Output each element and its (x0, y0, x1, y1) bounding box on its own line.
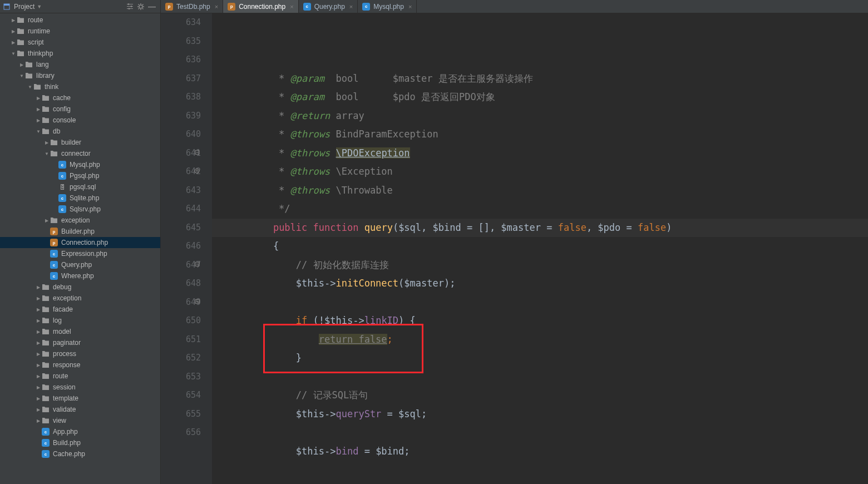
editor-tab-testdb-php[interactable]: TestDb.php× (161, 0, 223, 13)
tree-arrow-icon[interactable]: ▼ (19, 73, 24, 78)
tree-item-connector[interactable]: ▼connector (0, 148, 160, 159)
tree-arrow-icon[interactable]: ▶ (36, 307, 41, 312)
tree-arrow-icon[interactable]: ▶ (44, 218, 50, 223)
code-line[interactable]: * @throws \PDOException (212, 144, 868, 163)
fold-icon[interactable] (195, 256, 200, 275)
tree-item-validate[interactable]: ▶validate (0, 404, 160, 415)
fold-icon[interactable] (195, 144, 200, 163)
tree-arrow-icon[interactable]: ▶ (36, 374, 41, 379)
tree-item-app-php[interactable]: App.php (0, 426, 160, 437)
tree-item-pgsql-php[interactable]: Pgsql.php (0, 170, 160, 181)
tab-close-icon[interactable]: × (215, 3, 218, 10)
tree-arrow-icon[interactable]: ▶ (36, 96, 41, 101)
tree-item-pgsql-sql[interactable]: 🗄pgsql.sql (0, 181, 160, 192)
collapse-icon[interactable]: — (146, 1, 157, 12)
tree-item-build-php[interactable]: Build.php (0, 437, 160, 448)
code-line[interactable]: $this->initConnect($master); (212, 274, 868, 293)
tree-item-runtime[interactable]: ▶runtime (0, 26, 160, 37)
project-tree[interactable]: ▶route▶runtime▶script▼thinkphp▶lang▼libr… (0, 13, 160, 484)
tree-arrow-icon[interactable]: ▶ (36, 363, 41, 368)
tree-arrow-icon[interactable]: ▶ (36, 418, 41, 423)
code-line[interactable] (212, 293, 868, 312)
code-content[interactable]: * @param bool $master 是否在主服务器读操作 * @para… (212, 13, 868, 484)
tree-item-debug[interactable]: ▶debug (0, 281, 160, 293)
code-line[interactable]: Db::$queryTimes++; (212, 480, 868, 485)
tree-item-route[interactable]: ▶route (0, 371, 160, 382)
tree-item-session[interactable]: ▶session (0, 382, 160, 393)
tree-item-exception[interactable]: ▶exception (0, 215, 160, 226)
tree-item-paginator[interactable]: ▶paginator (0, 337, 160, 348)
tree-item-think[interactable]: ▼think (0, 81, 160, 92)
tree-item-library[interactable]: ▼library (0, 70, 160, 81)
tree-arrow-icon[interactable]: ▶ (19, 62, 24, 67)
tree-item-mysql-php[interactable]: Mysql.php (0, 159, 160, 170)
tree-arrow-icon[interactable]: ▶ (36, 385, 41, 390)
tree-arrow-icon[interactable]: ▶ (36, 318, 41, 323)
tree-arrow-icon[interactable]: ▶ (36, 329, 41, 334)
code-line[interactable]: // 记录SQL语句 (212, 386, 868, 405)
tree-arrow-icon[interactable]: ▶ (36, 340, 41, 345)
editor-tab-connection-php[interactable]: Connection.php× (223, 0, 299, 13)
tree-item-db[interactable]: ▼db (0, 126, 160, 137)
code-line[interactable] (212, 423, 868, 442)
tree-item-model[interactable]: ▶model (0, 326, 160, 337)
gear-icon[interactable] (135, 1, 146, 12)
settings-icon[interactable] (124, 1, 135, 12)
tree-item-config[interactable]: ▶config (0, 103, 160, 115)
fold-icon[interactable] (195, 293, 200, 312)
tree-item-exception[interactable]: ▶exception (0, 293, 160, 304)
tree-arrow-icon[interactable]: ▼ (11, 51, 16, 56)
code-line[interactable]: * @param bool $master 是否在主服务器读操作 (212, 70, 868, 88)
tab-close-icon[interactable]: × (290, 3, 293, 10)
tree-item-template[interactable]: ▶template (0, 393, 160, 404)
code-line[interactable]: { (212, 237, 868, 256)
code-line[interactable] (212, 368, 868, 387)
code-line[interactable]: $this->bind = $bind; (212, 442, 868, 461)
tree-item-cache[interactable]: ▶cache (0, 92, 160, 103)
code-line[interactable]: if (!$this->linkID) { (212, 312, 868, 330)
tree-arrow-icon[interactable]: ▶ (36, 407, 41, 412)
tree-item-route[interactable]: ▶route (0, 14, 160, 26)
tree-item-script[interactable]: ▶script (0, 37, 160, 48)
tree-arrow-icon[interactable]: ▼ (36, 129, 41, 134)
tree-arrow-icon[interactable]: ▶ (11, 29, 16, 34)
code-line[interactable]: public function query($sql, $bind = [], … (212, 219, 868, 238)
code-line[interactable] (212, 461, 868, 480)
tree-item-cache-php[interactable]: Cache.php (0, 448, 160, 460)
code-line[interactable]: * @return array (212, 107, 868, 126)
tree-item-response[interactable]: ▶response (0, 359, 160, 371)
tab-close-icon[interactable]: × (408, 3, 412, 10)
tree-arrow-icon[interactable]: ▶ (44, 140, 50, 145)
tree-item-lang[interactable]: ▶lang (0, 59, 160, 70)
tree-arrow-icon[interactable]: ▶ (11, 18, 16, 23)
code-line[interactable]: // 初始化数据库连接 (212, 256, 868, 275)
tree-item-sqlite-php[interactable]: Sqlite.php (0, 192, 160, 204)
code-line[interactable]: $this->queryStr = $sql; (212, 405, 868, 424)
tree-arrow-icon[interactable]: ▶ (36, 352, 41, 357)
tree-item-builder[interactable]: ▶builder (0, 137, 160, 148)
code-line[interactable]: * @throws \Exception (212, 162, 868, 181)
code-editor[interactable]: 6346356366376386396406416426436446456466… (161, 13, 868, 484)
tree-item-connection-php[interactable]: Connection.php (0, 237, 160, 248)
tree-item-facade[interactable]: ▶facade (0, 304, 160, 315)
tree-arrow-icon[interactable]: ▶ (36, 285, 41, 290)
code-line[interactable]: * @throws \Throwable (212, 181, 868, 200)
code-line[interactable]: * @throws BindParamException (212, 125, 868, 144)
tab-close-icon[interactable]: × (349, 3, 353, 10)
editor-tab-query-php[interactable]: Query.php× (299, 0, 358, 13)
tree-arrow-icon[interactable]: ▼ (27, 85, 33, 90)
tree-arrow-icon[interactable]: ▶ (36, 107, 41, 112)
editor-tab-mysql-php[interactable]: Mysql.php× (358, 0, 417, 13)
tree-item-query-php[interactable]: Query.php (0, 259, 160, 270)
tree-arrow-icon[interactable]: ▶ (36, 396, 41, 401)
code-line[interactable]: */ (212, 200, 868, 219)
tree-item-expression-php[interactable]: Expression.php (0, 248, 160, 259)
tree-arrow-icon[interactable]: ▼ (44, 151, 50, 156)
override-icon[interactable] (194, 162, 200, 181)
code-line[interactable]: * @param bool $pdo 是否返回PDO对象 (212, 88, 868, 107)
tree-item-builder-php[interactable]: Builder.php (0, 226, 160, 237)
tree-item-sqlsrv-php[interactable]: Sqlsrv.php (0, 204, 160, 215)
tree-item-console[interactable]: ▶console (0, 115, 160, 126)
code-line[interactable]: } (212, 349, 868, 368)
dropdown-arrow-icon[interactable]: ▼ (37, 4, 42, 9)
